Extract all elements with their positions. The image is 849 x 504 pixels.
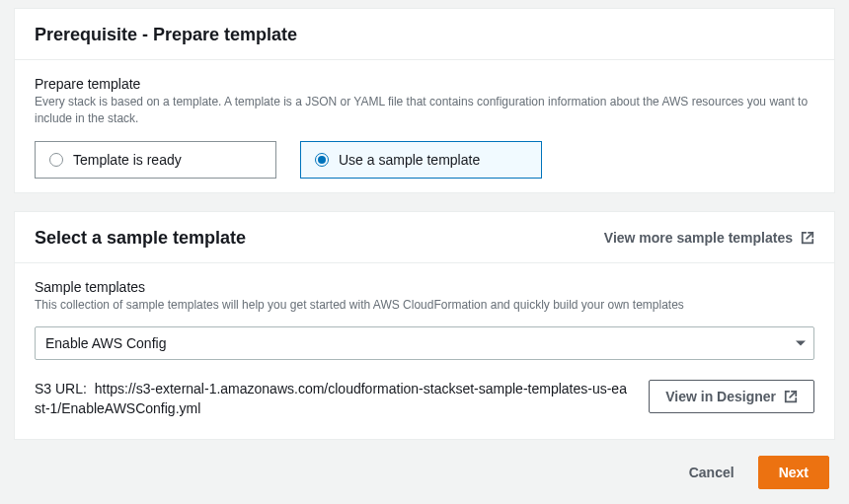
view-in-designer-button[interactable]: View in Designer xyxy=(649,380,814,413)
radio-icon xyxy=(315,153,329,167)
s3-url-row: S3 URL: https://s3-external-1.amazonaws.… xyxy=(35,380,814,418)
prepare-template-options: Template is ready Use a sample template xyxy=(35,141,814,179)
s3-url-text: S3 URL: https://s3-external-1.amazonaws.… xyxy=(35,380,629,418)
s3-url-value: https://s3-external-1.amazonaws.com/clou… xyxy=(35,381,627,416)
next-button[interactable]: Next xyxy=(758,456,829,489)
external-link-icon xyxy=(784,390,798,403)
external-link-icon xyxy=(801,231,814,245)
view-more-label: View more sample templates xyxy=(604,230,793,246)
prepare-template-desc: Every stack is based on a template. A te… xyxy=(35,94,814,127)
footer-actions: Cancel Next xyxy=(0,440,849,504)
view-more-templates-link[interactable]: View more sample templates xyxy=(604,230,814,246)
option-template-ready[interactable]: Template is ready xyxy=(35,141,276,179)
view-designer-label: View in Designer xyxy=(665,389,776,404)
prerequisite-title: Prerequisite - Prepare template xyxy=(35,25,297,45)
prerequisite-header: Prerequisite - Prepare template xyxy=(15,9,834,60)
dropdown-value: Enable AWS Config xyxy=(45,335,166,351)
cancel-button[interactable]: Cancel xyxy=(685,457,738,488)
option-label: Template is ready xyxy=(73,152,182,168)
select-sample-header: Select a sample template View more sampl… xyxy=(15,212,834,263)
select-sample-title: Select a sample template xyxy=(35,228,246,249)
option-label: Use a sample template xyxy=(339,152,480,168)
s3-url-label: S3 URL: xyxy=(35,381,87,396)
prerequisite-body: Prepare template Every stack is based on… xyxy=(15,60,834,192)
select-sample-panel: Select a sample template View more sampl… xyxy=(14,211,835,440)
radio-icon xyxy=(49,153,63,167)
chevron-down-icon xyxy=(796,341,806,346)
prerequisite-panel: Prerequisite - Prepare template Prepare … xyxy=(14,8,835,193)
sample-template-dropdown[interactable]: Enable AWS Config xyxy=(35,326,814,360)
option-use-sample-template[interactable]: Use a sample template xyxy=(300,141,542,179)
sample-templates-label: Sample templates xyxy=(35,279,814,295)
prepare-template-label: Prepare template xyxy=(35,76,814,92)
select-sample-body: Sample templates This collection of samp… xyxy=(15,263,834,439)
sample-templates-desc: This collection of sample templates will… xyxy=(35,297,814,314)
